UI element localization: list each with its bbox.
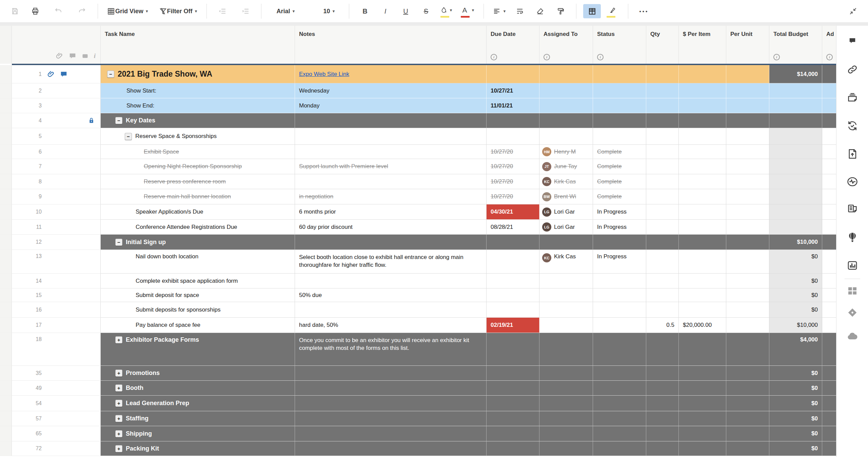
qty-cell[interactable] [646,204,679,220]
total-budget-cell[interactable]: $0 [769,381,822,396]
task-cell[interactable]: +Packing Kit [101,441,295,456]
row-number[interactable]: 10 [12,204,101,220]
notes-cell[interactable] [295,274,487,289]
qty-cell[interactable] [646,235,679,250]
total-budget-cell[interactable] [769,113,822,128]
notes-cell[interactable]: Support launch with Premiere level [295,159,487,174]
per-item-cell[interactable] [679,396,726,411]
per-unit-cell[interactable] [726,220,769,235]
fill-color-button[interactable]: ▼ [437,3,455,19]
task-cell[interactable]: −Reserve Space & Sponsorships [101,128,295,145]
assigned-to-cell[interactable] [539,366,593,381]
font-family-selector[interactable]: Arial ▼ [268,4,303,18]
total-budget-cell[interactable] [769,98,822,113]
info-icon[interactable]: i [491,54,497,60]
more-options-button[interactable]: ••• [635,4,653,18]
align-button[interactable]: ▼ [491,4,508,18]
per-item-cell[interactable] [679,235,726,250]
row-number[interactable]: 65 [12,426,101,441]
due-date-cell[interactable] [487,250,539,274]
qty-cell[interactable] [646,366,679,381]
due-date-cell[interactable]: 02/19/21 [487,318,539,333]
task-cell[interactable]: −Initial Sign up [101,235,295,250]
notes-cell[interactable]: 6 months prior [295,204,487,220]
assigned-to-cell[interactable] [539,65,593,83]
assigned-to-cell[interactable] [539,396,593,411]
task-cell[interactable]: −Key Dates [101,113,295,128]
status-cell[interactable] [593,274,646,289]
row-number[interactable]: 7 [12,159,101,174]
task-cell[interactable]: Reserve press conference room [101,174,295,189]
collapse-toggle[interactable]: − [125,133,132,140]
notes-cell[interactable]: 50% due [295,289,487,302]
per-item-cell[interactable] [679,441,726,456]
per-unit-cell[interactable] [726,128,769,145]
status-cell[interactable] [593,333,646,366]
info-icon[interactable]: i [544,54,550,60]
total-budget-cell[interactable]: $0 [769,274,822,289]
due-date-cell[interactable]: 10/27/21 [487,83,539,98]
qty-cell[interactable] [646,145,679,159]
ad-cell[interactable] [822,113,836,128]
assigned-to-cell[interactable] [539,381,593,396]
per-unit-cell[interactable] [726,250,769,274]
per-item-cell[interactable] [679,174,726,189]
task-cell[interactable]: +Promotions [101,366,295,381]
status-cell[interactable]: In Progress [593,204,646,220]
per-item-cell[interactable] [679,98,726,113]
row-number[interactable]: 35 [12,366,101,381]
task-cell[interactable]: Exhibit Space [101,145,295,159]
row-number[interactable]: 4 [12,113,101,128]
per-item-cell[interactable]: $20,000.00 [679,318,726,333]
status-cell[interactable] [593,366,646,381]
due-date-cell[interactable]: 08/28/21 [487,220,539,235]
row-number[interactable]: 49 [12,381,101,396]
notes-cell[interactable]: hard date, 50% [295,318,487,333]
task-cell[interactable]: Show End: [101,98,295,113]
per-item-cell[interactable] [679,426,726,441]
column-header-status[interactable]: Statusi [593,26,646,64]
per-item-cell[interactable] [679,159,726,174]
notes-cell[interactable] [295,366,487,381]
column-header-qty[interactable]: Qty [646,26,679,64]
per-item-cell[interactable] [679,381,726,396]
bold-button[interactable]: B [356,4,374,18]
assigned-to-cell[interactable] [539,318,593,333]
task-cell[interactable]: −2021 Big Trade Show, WA [101,65,295,83]
due-date-cell[interactable] [487,426,539,441]
notes-cell[interactable] [295,235,487,250]
task-cell[interactable]: Submit deposit for space [101,289,295,302]
per-item-cell[interactable] [679,274,726,289]
status-cell[interactable]: Complete [593,145,646,159]
qty-cell[interactable] [646,441,679,456]
status-cell[interactable]: In Progress [593,250,646,274]
per-item-cell[interactable] [679,83,726,98]
row-number[interactable]: 2 [12,83,101,98]
per-item-cell[interactable] [679,65,726,83]
task-cell[interactable]: +Lead Generation Prep [101,396,295,411]
wrap-text-button[interactable] [511,4,529,18]
status-cell[interactable] [593,381,646,396]
total-budget-cell[interactable]: $0 [769,396,822,411]
task-cell[interactable]: Nail down booth location [101,250,295,274]
row-number[interactable]: 57 [12,411,101,426]
per-unit-cell[interactable] [726,289,769,302]
notes-cell[interactable]: in negotiation [295,189,487,204]
per-item-cell[interactable] [679,145,726,159]
per-unit-cell[interactable] [726,174,769,189]
font-color-button[interactable]: A ▼ [458,3,477,19]
balloon-icon[interactable] [847,232,858,244]
notes-cell[interactable] [295,426,487,441]
per-unit-cell[interactable] [726,83,769,98]
ad-cell[interactable] [822,220,836,235]
row-number[interactable]: 14 [12,274,101,289]
column-header-assigned[interactable]: Assigned Toi [539,26,593,64]
assigned-to-cell[interactable]: KCKirk Cas [539,174,593,189]
ad-cell[interactable] [822,145,836,159]
notes-cell[interactable]: Expo Web Site Link [295,65,487,83]
status-cell[interactable] [593,113,646,128]
per-item-cell[interactable] [679,411,726,426]
qty-cell[interactable] [646,333,679,366]
assigned-to-cell[interactable] [539,411,593,426]
collapse-toggle[interactable]: − [115,117,122,124]
